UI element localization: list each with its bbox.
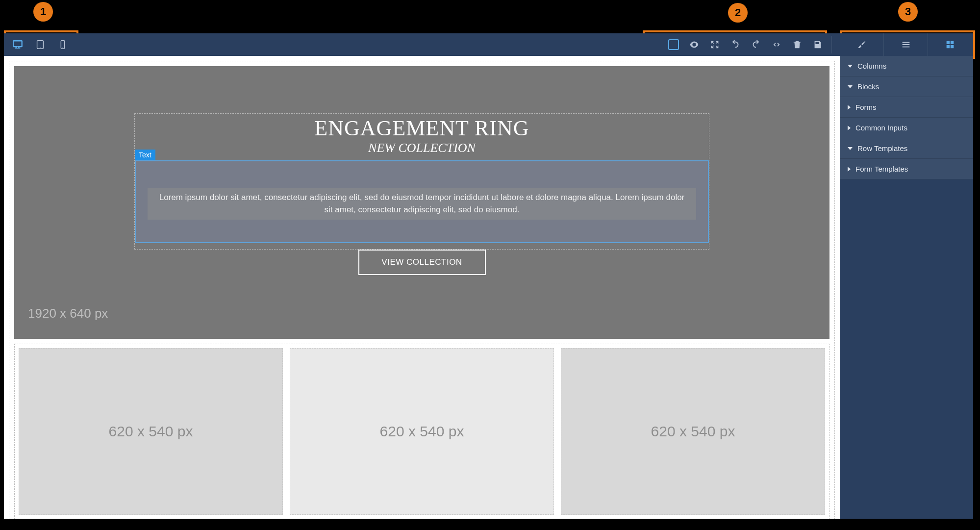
save-icon	[812, 39, 823, 50]
top-toolbar	[4, 33, 840, 56]
trash-icon	[792, 39, 803, 50]
card-2[interactable]: 620 x 540 px	[290, 348, 554, 515]
card-dimension-label: 620 x 540 px	[109, 423, 193, 440]
panel-label: Forms	[855, 103, 877, 111]
hero-inner[interactable]: ENGAGEMENT RING NEW COLLECTION Text Lore…	[134, 113, 709, 250]
code-button[interactable]	[770, 38, 783, 51]
root: 1 2 3	[0, 0, 980, 530]
annotation-marker-3: 3	[898, 2, 918, 22]
hero-body-text[interactable]: Lorem ipsum dolor sit amet, consectetur …	[148, 188, 696, 220]
save-button[interactable]	[811, 38, 825, 51]
caret-right-icon	[848, 126, 851, 130]
selection-tag: Text	[135, 150, 155, 160]
panel-label: Blocks	[857, 82, 879, 91]
text-block-selected[interactable]: Text Lorem ipsum dolor sit amet, consect…	[135, 160, 709, 243]
grid-icon	[945, 39, 955, 50]
device-desktop-button[interactable]	[11, 38, 25, 51]
tab-layers[interactable]	[884, 33, 928, 56]
panel-forms[interactable]: Forms	[840, 97, 973, 118]
delete-button[interactable]	[790, 38, 804, 51]
panel-common-inputs[interactable]: Common Inputs	[840, 118, 973, 138]
hero-title[interactable]: ENGAGEMENT RING	[135, 114, 709, 141]
separator	[831, 36, 832, 53]
action-tools-group	[667, 33, 840, 56]
cards-row[interactable]: 620 x 540 px 620 x 540 px 620 x 540 px	[14, 344, 829, 519]
mobile-icon	[57, 39, 68, 50]
main-column: ENGAGEMENT RING NEW COLLECTION Text Lore…	[4, 33, 840, 519]
panel-list: Columns Blocks Forms Common Inputs Row T…	[840, 56, 973, 179]
svg-point-3	[62, 48, 63, 48]
sidebar-tabs	[840, 33, 973, 56]
caret-down-icon	[848, 65, 853, 68]
panel-columns[interactable]: Columns	[840, 56, 973, 76]
panel-label: Common Inputs	[855, 124, 907, 132]
annotation-marker-2: 2	[728, 3, 748, 23]
device-switch-group	[4, 33, 70, 56]
fullscreen-button[interactable]	[708, 38, 722, 51]
tablet-icon	[35, 39, 46, 50]
undo-button[interactable]	[729, 38, 742, 51]
fullscreen-icon	[709, 39, 720, 50]
annotation-marker-1: 1	[33, 2, 53, 22]
redo-icon	[751, 39, 761, 50]
panel-label: Row Templates	[857, 144, 907, 152]
canvas-section[interactable]: ENGAGEMENT RING NEW COLLECTION Text Lore…	[9, 61, 835, 519]
app-window: ENGAGEMENT RING NEW COLLECTION Text Lore…	[4, 33, 973, 519]
panel-blocks[interactable]: Blocks	[840, 76, 973, 97]
panel-form-templates[interactable]: Form Templates	[840, 159, 973, 179]
caret-down-icon	[848, 85, 853, 88]
svg-point-1	[40, 48, 40, 48]
view-collection-button[interactable]: VIEW COLLECTION	[358, 250, 486, 275]
desktop-icon	[12, 39, 23, 50]
undo-icon	[730, 39, 741, 50]
canvas-area[interactable]: ENGAGEMENT RING NEW COLLECTION Text Lore…	[4, 56, 840, 519]
device-mobile-button[interactable]	[56, 38, 70, 51]
caret-right-icon	[848, 105, 851, 110]
sidebar: Columns Blocks Forms Common Inputs Row T…	[840, 33, 973, 519]
code-icon	[771, 39, 782, 50]
outline-toggle-button[interactable]	[667, 38, 680, 51]
card-3[interactable]: 620 x 540 px	[561, 348, 825, 515]
hero-block[interactable]: ENGAGEMENT RING NEW COLLECTION Text Lore…	[14, 66, 829, 339]
hero-dimension-label: 1920 x 640 px	[28, 306, 108, 321]
tab-blocks[interactable]	[928, 33, 972, 56]
menu-icon	[901, 39, 911, 50]
device-tablet-button[interactable]	[33, 38, 47, 51]
eye-icon	[689, 39, 700, 50]
redo-button[interactable]	[749, 38, 763, 51]
card-dimension-label: 620 x 540 px	[380, 423, 464, 440]
tab-style[interactable]	[840, 33, 884, 56]
preview-button[interactable]	[687, 38, 701, 51]
card-dimension-label: 620 x 540 px	[651, 423, 735, 440]
panel-label: Columns	[857, 62, 886, 70]
outline-icon	[668, 39, 679, 50]
card-1[interactable]: 620 x 540 px	[19, 348, 283, 515]
brush-icon	[856, 39, 867, 50]
panel-label: Form Templates	[855, 165, 908, 173]
panel-row-templates[interactable]: Row Templates	[840, 138, 973, 159]
caret-down-icon	[848, 147, 853, 150]
hero-subtitle[interactable]: NEW COLLECTION	[135, 141, 709, 160]
caret-right-icon	[848, 167, 851, 172]
